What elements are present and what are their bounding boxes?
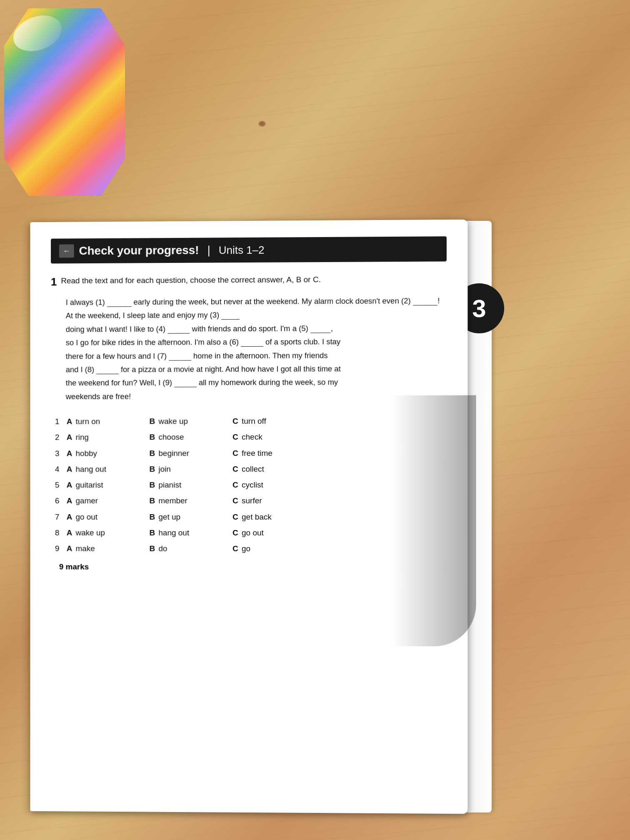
answer-num-8: 8 [55,526,67,540]
answer-2b: B choose [150,430,232,444]
blank-6 [241,338,263,347]
answer-9b: B do [150,542,232,555]
answer-num-9: 9 [55,542,67,555]
answer-8c-text: go out [242,526,264,540]
answer-8a: A wake up [67,526,150,540]
holo-decoration [0,0,133,200]
book-page: ← Check your progress! | Units 1–2 1 Rea… [30,220,468,814]
answer-7b: B get up [150,510,232,524]
answer-6c-text: surfer [242,494,262,508]
answer-row-8: 8 A wake up B hang out C go out [55,526,447,540]
arrow-symbol: ← [63,247,70,255]
letter-b: B [150,495,159,508]
answer-row-3: 3 A hobby B beginner C free time [55,446,447,460]
answer-5a-text: guitarist [76,478,103,492]
answer-4a-text: hang out [76,462,106,476]
answer-6c: C surfer [232,494,316,508]
section-1-header: 1 Read the text and for each question, c… [51,273,447,289]
answer-num-4: 4 [55,462,67,476]
answer-6a: A gamer [67,495,150,508]
answer-5c-text: cyclist [242,478,263,492]
letter-a: A [67,447,76,460]
answer-2c-text: check [242,430,262,444]
blank-5 [310,324,331,333]
wood-knot [258,121,266,127]
letter-c: C [232,478,242,492]
header-divider: | [208,244,210,257]
letter-b: B [150,415,159,428]
answer-6b: B member [150,495,232,508]
answer-num-5: 5 [55,479,67,492]
answer-num-2: 2 [55,431,67,444]
letter-c: C [232,526,242,540]
blank-2 [413,296,438,305]
answer-row-2: 2 A ring B choose C check [55,430,447,444]
answer-9a-text: make [76,542,95,555]
blank-8 [96,365,118,374]
answer-9c-text: go [242,542,250,555]
answer-7a-text: go out [76,510,98,524]
answer-3a-text: hobby [76,447,97,460]
answer-8c: C go out [232,526,316,540]
header-bar: ← Check your progress! | Units 1–2 [51,236,447,263]
blank-1 [107,298,132,307]
letter-a: A [67,526,76,540]
letter-a: A [67,495,76,508]
answer-7a: A go out [67,510,150,524]
letter-b: B [150,542,159,555]
blank-7 [169,351,191,360]
answer-1c: C turn off [232,415,316,428]
answer-9b-text: do [158,542,167,555]
letter-c: C [232,542,242,555]
letter-c: C [232,462,242,476]
answer-row-1: 1 A turn on B wake up C turn off [55,414,447,428]
answer-2a: A ring [67,431,150,445]
answers-section: 1 A turn on B wake up C turn off 2 A rin… [55,414,447,572]
answer-num-3: 3 [55,447,67,460]
answer-6b-text: member [158,495,187,508]
letter-a: A [67,479,76,492]
letter-a: A [67,462,76,476]
reading-text: I always (1) early during the week, but … [66,294,447,403]
answer-9c: C go [232,542,316,555]
letter-b: B [150,510,159,524]
letter-b: B [150,431,159,444]
header-title: Check your progress! [79,244,199,258]
answer-2c: C check [232,430,316,444]
answer-row-6: 6 A gamer B member C surfer [55,494,447,508]
answer-1a-text: turn on [76,415,100,428]
answer-7b-text: get up [158,510,180,524]
answer-5b-text: pianist [158,478,181,492]
marks-label: 9 marks [59,562,447,572]
letter-a: A [67,415,76,428]
answer-5b: B pianist [150,478,232,492]
answer-num-7: 7 [55,510,67,524]
answer-4a: A hang out [67,462,150,476]
answer-9a: A make [67,542,150,555]
answer-6a-text: gamer [76,495,98,508]
answer-num-6: 6 [55,495,67,508]
answer-3b: B beginner [150,447,232,460]
answer-row-5: 5 A guitarist B pianist C cyclist [55,478,447,492]
letter-b: B [150,526,159,540]
letter-c: C [232,494,242,508]
answer-1b-text: wake up [158,415,188,428]
answer-row-7: 7 A go out B get up C get back [55,510,447,524]
answer-2b-text: choose [158,431,184,444]
answer-4b-text: join [158,462,170,476]
answer-8b-text: hang out [158,526,189,540]
answer-row-4: 4 A hang out B join C collect [55,462,447,476]
answer-num-1: 1 [55,415,67,428]
answer-1a: A turn on [67,415,150,429]
answer-3c: C free time [232,446,316,460]
hand-shadow [392,395,476,647]
letter-c: C [232,415,242,428]
letter-c: C [232,510,242,524]
answer-7c: C get back [232,510,316,524]
chapter-number: 3 [472,294,486,323]
answer-2a-text: ring [76,431,89,444]
letter-c: C [232,447,242,460]
header-units: Units 1–2 [219,243,265,257]
letter-a: A [67,510,76,524]
section-number: 1 [51,275,57,288]
